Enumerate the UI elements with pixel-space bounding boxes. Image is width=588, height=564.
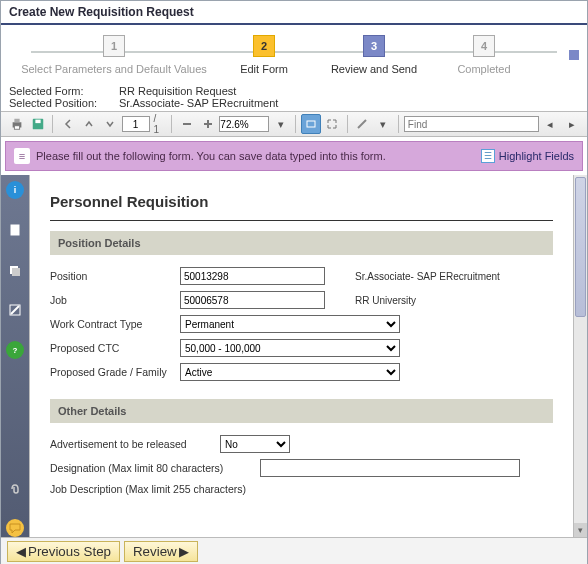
signature-icon[interactable] — [6, 301, 24, 319]
wizard-step-4[interactable]: 4 Completed — [439, 35, 529, 75]
contract-select[interactable]: Permanent — [180, 315, 400, 333]
scroll-thumb[interactable] — [575, 177, 586, 317]
grade-select[interactable]: Active — [180, 363, 400, 381]
svg-rect-12 — [12, 268, 20, 276]
app-window: Create New Requisition Request 1 Select … — [0, 0, 588, 564]
wizard-step-1-label: Select Parameters and Default Values — [9, 63, 219, 75]
svg-rect-2 — [14, 126, 19, 130]
wizard-step-4-label: Completed — [439, 63, 529, 75]
chevron-right-icon: ▶ — [179, 544, 189, 559]
notice-text: Please fill out the following form. You … — [36, 150, 386, 162]
page-number-input[interactable] — [122, 116, 150, 132]
wizard-step-2-label: Edit Form — [219, 63, 309, 75]
wizard-step-1-number: 1 — [103, 35, 125, 57]
help-icon[interactable]: ? — [6, 341, 24, 359]
comment-icon[interactable] — [6, 519, 24, 537]
content-area: i ? Personnel Requisition — [1, 175, 587, 537]
position-desc: Sr.Associate- SAP ERecruitment — [355, 271, 500, 282]
svg-text:?: ? — [13, 346, 18, 355]
wizard-step-2[interactable]: 2 Edit Form — [219, 35, 309, 75]
advertisement-label: Advertisement to be released — [50, 438, 220, 450]
advertisement-select[interactable]: No — [220, 435, 290, 453]
wizard-step-2-number: 2 — [253, 35, 275, 57]
find-prev-icon[interactable]: ◂ — [541, 114, 560, 134]
svg-rect-7 — [207, 120, 209, 128]
zoom-dropdown-icon[interactable]: ▾ — [271, 114, 290, 134]
section-position-details: Position Details — [50, 231, 553, 255]
form-title: Personnel Requisition — [50, 193, 553, 210]
save-icon[interactable] — [28, 114, 47, 134]
svg-rect-8 — [307, 121, 315, 127]
attachment-icon[interactable] — [6, 479, 24, 497]
svg-rect-10 — [11, 225, 19, 235]
review-button[interactable]: Review ▶ — [124, 541, 198, 562]
form-icon: ≡ — [14, 148, 30, 164]
job-label: Job — [50, 294, 180, 306]
pages-icon[interactable] — [6, 221, 24, 239]
wizard-steps: 1 Select Parameters and Default Values 2… — [1, 25, 587, 81]
selected-info: Selected Form: RR Requisition Request Se… — [1, 81, 587, 111]
selected-form-label: Selected Form: — [9, 85, 119, 97]
svg-rect-4 — [35, 120, 40, 124]
grade-label: Proposed Grade / Family — [50, 366, 180, 378]
sign-icon[interactable] — [353, 114, 372, 134]
page-first-icon[interactable] — [58, 114, 77, 134]
find-input[interactable] — [404, 116, 539, 132]
page-up-icon[interactable] — [79, 114, 98, 134]
selected-form-value: RR Requisition Request — [119, 85, 236, 97]
wizard-end-marker — [569, 50, 579, 60]
vertical-scrollbar[interactable]: ▾ — [573, 175, 587, 537]
wizard-step-3-number: 3 — [363, 35, 385, 57]
job-input[interactable] — [180, 291, 325, 309]
ctc-label: Proposed CTC — [50, 342, 180, 354]
footer-bar: ◀ Previous Step Review ▶ — [1, 537, 587, 564]
zoom-out-icon[interactable] — [177, 114, 196, 134]
wizard-step-1[interactable]: 1 Select Parameters and Default Values — [9, 35, 219, 75]
ctc-select[interactable]: 50,000 - 100,000 — [180, 339, 400, 357]
form-pane[interactable]: Personnel Requisition Position Details P… — [29, 175, 573, 537]
wizard-step-3[interactable]: 3 Review and Send — [309, 35, 439, 75]
info-icon[interactable]: i — [6, 181, 24, 199]
selected-position-value: Sr.Associate- SAP ERecruitment — [119, 97, 278, 109]
highlight-fields-button[interactable]: ☰ Highlight Fields — [481, 149, 574, 163]
highlight-label: Highlight Fields — [499, 150, 574, 162]
wizard-step-4-number: 4 — [473, 35, 495, 57]
zoom-level-input[interactable] — [219, 116, 269, 132]
svg-rect-5 — [183, 123, 191, 125]
sign-dropdown-icon[interactable]: ▾ — [374, 114, 393, 134]
wizard-step-3-label: Review and Send — [309, 63, 439, 75]
svg-rect-1 — [14, 119, 19, 123]
svg-text:i: i — [14, 185, 17, 195]
page-total-label: / 1 — [154, 113, 165, 135]
section-other-details: Other Details — [50, 399, 553, 423]
zoom-in-icon[interactable] — [198, 114, 217, 134]
selected-position-label: Selected Position: — [9, 97, 119, 109]
designation-label: Designation (Max limit 80 characters) — [50, 462, 260, 474]
position-input[interactable] — [180, 267, 325, 285]
page-down-icon[interactable] — [100, 114, 119, 134]
contract-label: Work Contract Type — [50, 318, 180, 330]
previous-step-button[interactable]: ◀ Previous Step — [7, 541, 120, 562]
jobdesc-label: Job Description (Max limit 255 character… — [50, 483, 310, 495]
pdf-toolbar: / 1 ▾ ▾ ◂ ▸ — [1, 111, 587, 137]
job-desc: RR University — [355, 295, 416, 306]
scroll-down-icon[interactable]: ▾ — [574, 523, 587, 537]
print-icon[interactable] — [7, 114, 26, 134]
previous-step-label: Previous Step — [28, 544, 111, 559]
fit-width-icon[interactable] — [301, 114, 320, 134]
form-notice: ≡ Please fill out the following form. Yo… — [5, 141, 583, 171]
fit-page-icon[interactable] — [323, 114, 342, 134]
review-label: Review — [133, 544, 177, 559]
find-next-icon[interactable]: ▸ — [562, 114, 581, 134]
page-title: Create New Requisition Request — [1, 1, 587, 25]
layers-icon[interactable] — [6, 261, 24, 279]
side-rail: i ? — [1, 175, 29, 537]
highlight-icon: ☰ — [481, 149, 495, 163]
position-label: Position — [50, 270, 180, 282]
chevron-left-icon: ◀ — [16, 544, 26, 559]
designation-input[interactable] — [260, 459, 520, 477]
